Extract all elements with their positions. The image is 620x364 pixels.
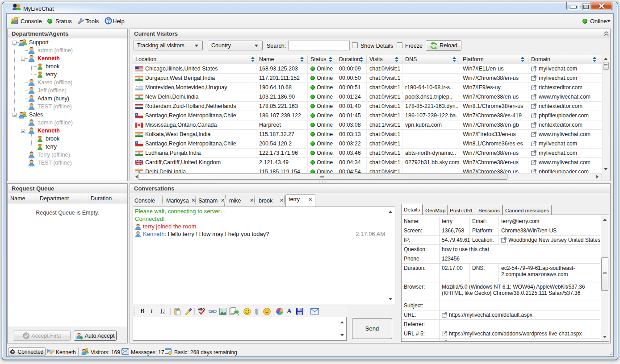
svg-text:?: ?: [107, 18, 110, 24]
